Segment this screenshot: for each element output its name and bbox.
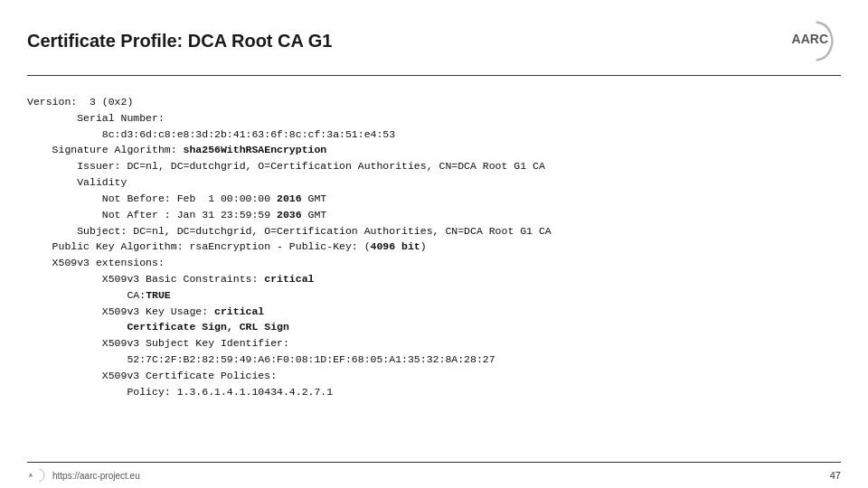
cert-line: Signature Algorithm: sha256WithRSAEncryp…	[27, 142, 841, 158]
logo-area: AARC	[778, 16, 841, 66]
footer-aarc-icon: A	[27, 467, 47, 483]
cert-line: CA:TRUE	[27, 287, 841, 304]
certificate-text: Version: 3 (0x2) Serial Number: 8c:d3:6d…	[27, 94, 841, 399]
footer: A https://aarc-project.eu 47	[0, 462, 868, 488]
cert-line: Policy: 1.3.6.1.4.1.10434.4.2.7.1	[27, 384, 841, 400]
cert-line: 8c:d3:6d:c8:e8:3d:2b:41:63:6f:8c:cf:3a:5…	[27, 127, 841, 143]
cert-line: Subject: DC=nl, DC=dutchgrid, O=Certific…	[27, 223, 841, 239]
svg-text:AARC: AARC	[792, 32, 828, 46]
cert-line: X509v3 Basic Constraints: critical	[27, 271, 841, 287]
footer-content: A https://aarc-project.eu 47	[0, 463, 868, 488]
cert-line: Not After : Jan 31 23:59:59 2036 GMT	[27, 207, 841, 223]
cert-line: Certificate Sign, CRL Sign	[27, 319, 841, 335]
cert-line: Not Before: Feb 1 00:00:00 2016 GMT	[27, 191, 841, 207]
footer-link-text: https://aarc-project.eu	[52, 471, 140, 481]
page-title: Certificate Profile: DCA Root CA G1	[27, 31, 332, 52]
footer-logo-link[interactable]: A https://aarc-project.eu	[27, 467, 140, 483]
main-content: Version: 3 (0x2) Serial Number: 8c:d3:6d…	[0, 89, 868, 404]
cert-line: X509v3 Key Usage: critical	[27, 304, 841, 320]
header: Certificate Profile: DCA Root CA G1 AARC	[0, 0, 868, 75]
cert-line: X509v3 extensions:	[27, 255, 841, 271]
cert-line: Serial Number:	[27, 110, 841, 127]
cert-line: 52:7C:2F:B2:82:59:49:A6:F0:08:1D:EF:68:0…	[27, 352, 841, 368]
svg-text:A: A	[29, 473, 33, 478]
cert-line: X509v3 Subject Key Identifier:	[27, 335, 841, 352]
cert-line: Issuer: DC=nl, DC=dutchgrid, O=Certifica…	[27, 158, 841, 174]
cert-line: Validity	[27, 174, 841, 191]
cert-line: Version: 3 (0x2)	[27, 94, 841, 110]
aarc-logo: AARC	[778, 16, 841, 66]
cert-line: Public Key Algorithm: rsaEncryption - Pu…	[27, 239, 841, 255]
page-number: 47	[830, 470, 841, 481]
top-divider	[27, 75, 841, 76]
cert-line: X509v3 Certificate Policies:	[27, 368, 841, 384]
